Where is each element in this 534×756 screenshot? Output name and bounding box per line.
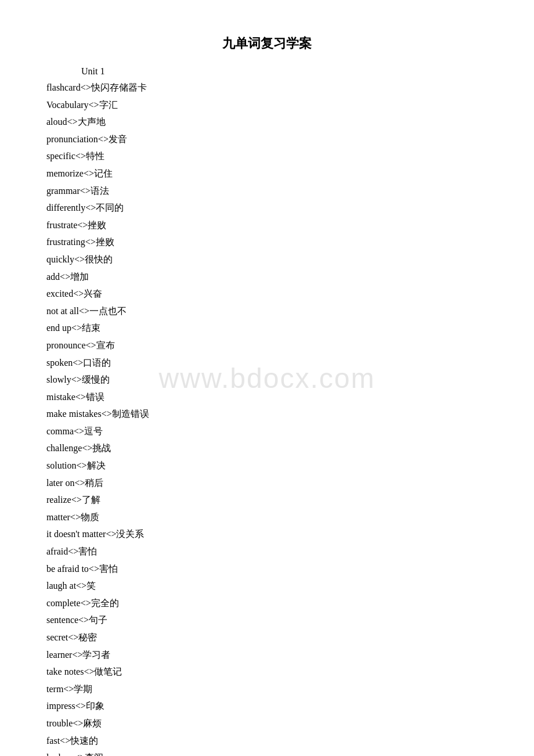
list-item: aloud<>大声地: [46, 113, 488, 131]
list-item: pronunciation<>发音: [46, 131, 488, 148]
list-item: sentence<>句子: [46, 611, 488, 629]
list-item: Vocabulary<>字汇: [46, 96, 488, 114]
list-item: solution<>解决: [46, 457, 488, 474]
list-item: laugh at<>笑: [46, 577, 488, 595]
list-item: quickly<>很快的: [46, 251, 488, 268]
list-item: specific<>特性: [46, 147, 488, 165]
list-item: memorize<>记住: [46, 165, 488, 182]
list-item: impress<>印象: [46, 697, 488, 715]
list-item: add<>增加: [46, 268, 488, 286]
list-item: frustrating<>挫败: [46, 233, 488, 251]
list-item: afraid<>害怕: [46, 543, 488, 560]
list-item: spoken<>口语的: [46, 354, 488, 372]
list-item: learner<>学习者: [46, 646, 488, 664]
list-item: fast<>快速的: [46, 732, 488, 750]
list-item: comma<>逗号: [46, 423, 488, 440]
list-item: take notes<>做笔记: [46, 663, 488, 681]
list-item: be afraid to<>害怕: [46, 560, 488, 578]
unit-label: Unit 1: [81, 66, 488, 77]
list-item: slowly<>缓慢的: [46, 371, 488, 388]
list-item: flashcard<>快闪存储器卡: [46, 79, 488, 96]
list-item: complete<>完全的: [46, 595, 488, 612]
list-item: end up<>结束: [46, 319, 488, 337]
list-item: later on<>稍后: [46, 474, 488, 492]
list-item: trouble<>麻烦: [46, 715, 488, 732]
list-item: differently<>不同的: [46, 199, 488, 217]
word-list: flashcard<>快闪存储器卡Vocabulary<>字汇aloud<>大声…: [46, 79, 488, 756]
list-item: it doesn't matter<>没关系: [46, 525, 488, 543]
list-item: secret<>秘密: [46, 629, 488, 646]
page-title: 九单词复习学案: [46, 35, 488, 52]
list-item: frustrate<>挫败: [46, 217, 488, 234]
list-item: mistake<>错误: [46, 388, 488, 406]
list-item: pronounce<>宣布: [46, 337, 488, 354]
list-item: look up<>查阅: [46, 749, 488, 756]
list-item: term<>学期: [46, 681, 488, 698]
list-item: grammar<>语法: [46, 182, 488, 200]
list-item: challenge<>挑战: [46, 440, 488, 457]
list-item: matter<>物质: [46, 509, 488, 526]
list-item: make mistakes<>制造错误: [46, 405, 488, 423]
list-item: not at all<>一点也不: [46, 303, 488, 320]
list-item: excited<>兴奋: [46, 285, 488, 303]
list-item: realize<>了解: [46, 491, 488, 509]
